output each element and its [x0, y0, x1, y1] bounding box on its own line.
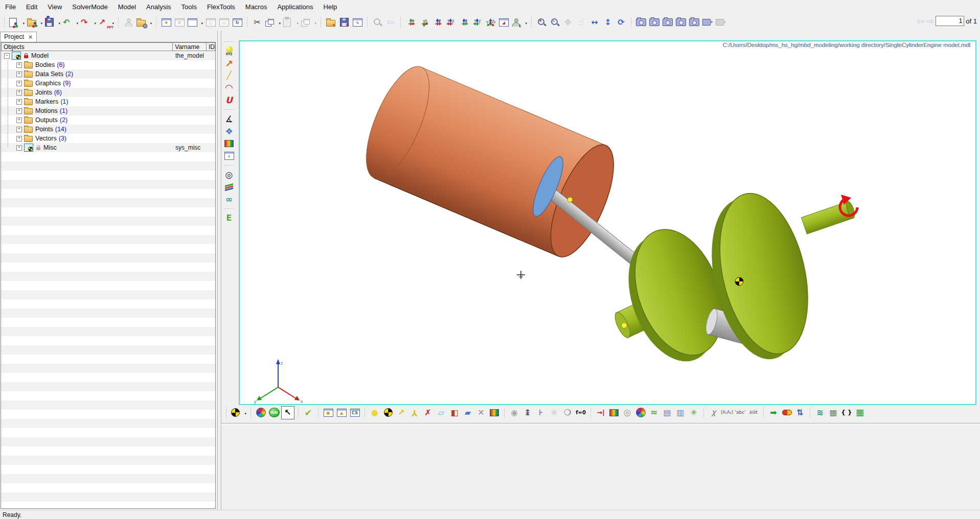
shape-window-button[interactable]: ▲ [335, 407, 348, 419]
expander-icon[interactable]: + [16, 145, 22, 151]
view-top-xy-button[interactable]: XY [418, 16, 430, 29]
output-shaft[interactable] [801, 201, 856, 234]
orbit-button[interactable]: ⟳ [615, 16, 627, 29]
tree-row-markers[interactable]: +Markers(1) [1, 97, 215, 106]
view-side-yz-button[interactable]: ZY [471, 16, 483, 29]
angle-measure-tool[interactable]: ∡ [223, 113, 235, 125]
table-history-button[interactable]: ▦ [827, 407, 839, 419]
polyline-tool[interactable]: ╱ [223, 69, 235, 82]
tab-project[interactable]: Project × [0, 32, 37, 42]
menu-model[interactable]: Model [113, 1, 141, 13]
main-cg-marker-button-dropdown-icon[interactable]: ▾ [244, 412, 246, 416]
tree-row-outputs[interactable]: +Outputs(2) [1, 115, 215, 125]
arc-tool[interactable]: ◠ [223, 82, 235, 94]
copy-button[interactable]: ▾ [264, 16, 281, 29]
tree-row-graphics[interactable]: +Graphics(9) [1, 79, 215, 88]
cg-marker-ball[interactable] [735, 277, 743, 286]
menu-help[interactable]: Help [318, 1, 343, 13]
point-xyz-tool[interactable]: XYZ [223, 45, 235, 57]
sphere-contour-button[interactable] [634, 407, 647, 419]
view-side-zy-button[interactable]: ZY [458, 16, 470, 29]
spline-tool[interactable]: U [223, 94, 235, 106]
derivative-button[interactable]: ∂/∂t [747, 407, 760, 419]
spring-damper-button[interactable]: ≈ [648, 407, 660, 419]
plane-entity-button[interactable]: ▱ [435, 407, 447, 419]
view-left-xz-button[interactable]: ZX [444, 16, 457, 29]
pulley-tool[interactable]: ∞ [223, 193, 235, 205]
tree-row-motions[interactable]: +Motions(1) [1, 106, 215, 115]
save-model-button[interactable]: ▾ [44, 16, 61, 29]
beam-button[interactable]: ▤ [661, 407, 673, 419]
3d-viewport[interactable]: C:/Users/Desktop/ms_hs_hg/mbd_modeling/w… [239, 40, 976, 405]
menu-analysis[interactable]: Analysis [141, 1, 176, 13]
contour-entity-button[interactable] [488, 407, 500, 419]
run-simulation-button[interactable]: RUN [268, 407, 280, 419]
zoom-out-button[interactable]: − [549, 16, 561, 29]
copy-button-dropdown-icon[interactable]: ▾ [279, 21, 281, 26]
window-layout-button[interactable]: ▾ [187, 16, 203, 29]
matrix-button[interactable]: [A₁A₂] [721, 407, 733, 419]
select-tool-button[interactable]: ↖ [281, 406, 294, 419]
zoom-in-button[interactable]: + [535, 16, 548, 29]
translational-joint-button[interactable]: ⊦ [535, 407, 547, 419]
beam-pair-button[interactable]: ▥ [674, 407, 687, 419]
save-curves-button[interactable]: ∿ [338, 16, 350, 29]
open-model-button-dropdown-icon[interactable]: ▾ [40, 21, 42, 26]
tree-row-bodies[interactable]: +Bodies(6) [1, 60, 215, 69]
expander-icon[interactable]: + [16, 72, 22, 77]
beam-contour-button[interactable] [608, 407, 620, 419]
redo-button-dropdown-icon[interactable]: ▾ [94, 21, 96, 26]
menu-applications[interactable]: Applications [272, 1, 318, 13]
capture-to-file-button[interactable] [648, 16, 660, 29]
open-curves-button[interactable]: ∿ [325, 16, 337, 29]
expander-icon[interactable]: + [16, 62, 22, 68]
expander-icon[interactable]: + [16, 81, 22, 86]
output-step-button[interactable]: ➡ [767, 407, 780, 419]
export-ppt-button[interactable]: ↗PPT▾ [98, 16, 115, 29]
force-entity-button[interactable]: →| [595, 407, 607, 419]
surface-entity-button[interactable]: ▰ [462, 407, 474, 419]
menu-tools[interactable]: Tools [176, 1, 202, 13]
vector-entity-button[interactable]: ↗ [395, 407, 407, 419]
accept-button[interactable]: ✔ [302, 407, 314, 419]
expander-icon[interactable]: + [16, 108, 22, 114]
menu-file[interactable]: File [0, 1, 21, 13]
cylindrical-joint-button[interactable]: ◉ [508, 407, 520, 419]
point-entity-button[interactable]: ● [369, 407, 381, 419]
render-colors-button[interactable] [255, 407, 267, 419]
spreadsheet-button[interactable]: ▦ [854, 407, 866, 419]
refresh-window-button[interactable]: ↻ [231, 16, 243, 29]
export-ppt-button-dropdown-icon[interactable]: ▾ [112, 21, 114, 26]
ball-joint-button[interactable]: ❍ [561, 407, 574, 419]
expander-icon[interactable]: + [16, 127, 22, 132]
next-page-arrow-icon[interactable]: ⇨ [926, 15, 934, 27]
menu-view[interactable]: View [42, 1, 67, 13]
springs-tool[interactable] [223, 181, 235, 193]
open-model-button[interactable]: ▾ [26, 16, 43, 29]
close-tab-icon[interactable]: × [28, 34, 33, 40]
model-settings-button[interactable]: ▾ [135, 16, 152, 29]
undo-button[interactable]: ↶▾ [62, 16, 79, 29]
record-movie-button[interactable] [701, 16, 714, 29]
view-back-button[interactable]: ⇦ [384, 16, 397, 29]
model-window-button[interactable]: ● [322, 407, 334, 419]
page-number-input[interactable] [936, 16, 964, 26]
column-header-varname[interactable]: Varname [173, 42, 207, 51]
contour-plot-tool[interactable] [223, 137, 235, 150]
bushing-button[interactable]: ◎ [621, 407, 633, 419]
new-model-button-dropdown-icon[interactable]: ▾ [22, 21, 25, 26]
tree-row-vectors[interactable]: +Vectors(3) [1, 134, 215, 143]
new-window-button[interactable]: + [160, 16, 172, 29]
tree-row-joints[interactable]: +Joints(6) [1, 88, 215, 97]
cylinder-body[interactable] [353, 58, 626, 265]
tree-row-model[interactable]: −Modelthe_model [1, 51, 215, 60]
panel-splitter[interactable] [217, 31, 221, 519]
menu-solvermode[interactable]: SolverMode [67, 1, 112, 13]
expander-icon[interactable]: + [16, 99, 22, 105]
tree-row-points[interactable]: +Points(14) [1, 125, 215, 134]
capture-window-button[interactable] [635, 16, 647, 29]
cs-window-button[interactable]: CS [349, 407, 361, 419]
tree-row-misc[interactable]: +Miscsys_misc [1, 143, 215, 152]
solid-entity-button[interactable]: ◧ [448, 407, 461, 419]
tree-row-data-sets[interactable]: +Data Sets(2) [1, 69, 215, 79]
